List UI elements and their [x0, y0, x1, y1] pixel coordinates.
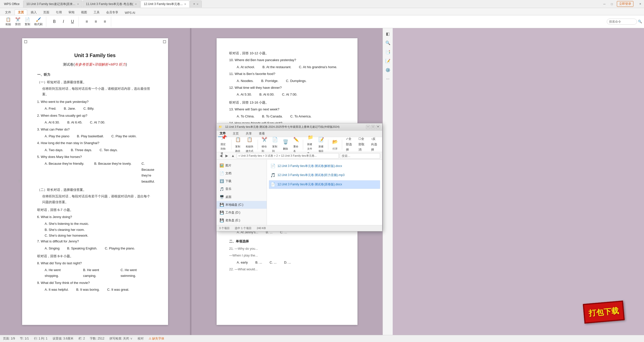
right-doc-page: 听对话，回答 10-12 小题。 10. Where did Ben have … — [217, 38, 357, 325]
rs-btn-1[interactable]: ◧ — [384, 30, 391, 37]
rs-btn-2[interactable]: 🔍 — [384, 39, 391, 46]
minimize-btn[interactable]: ─ — [602, 2, 607, 6]
ribbon-tab-会员专享[interactable]: 会员专享 — [103, 10, 121, 15]
window-controls: ✕ — [638, 2, 642, 6]
fe-sidebar-local-c[interactable]: 💾本地磁盘 (C:) — [217, 201, 267, 209]
fe-address-bar[interactable]: « Unit 3 Family ties > 3-试卷 > 2 > 12.Uni… — [237, 153, 339, 159]
top-bar-left: WPS Office 10.Unit 3 Family ties速记清单(原来.… — [2, 1, 602, 8]
tab-close-icon[interactable]: ✕ — [196, 3, 198, 6]
maximize-btn[interactable]: □ — [610, 2, 614, 6]
fe-sidebar-music[interactable]: 🎵音乐 — [217, 185, 267, 193]
format-brush-btn[interactable]: 🖌️格式刷 — [33, 16, 44, 27]
cut-btn[interactable]: ✂️剪切 — [14, 16, 22, 27]
options-9: A. It was helpful.B. It was boring.C. It… — [45, 287, 153, 292]
tab-new[interactable]: +✕ — [190, 1, 202, 8]
ribbon-group-paragraph: ≡ ≡ ≡ — [81, 17, 111, 27]
fe-new-folder-btn[interactable]: 📁新建文件夹 — [305, 133, 316, 156]
question-3: 3. What can Peter do? — [37, 126, 153, 132]
ribbon-tab-插入[interactable]: 插入 — [28, 10, 40, 15]
tab-close-icon[interactable]: ✕ — [77, 3, 79, 6]
tab-tab1[interactable]: 10.Unit 3 Family ties速记清单(原来...✕ — [23, 1, 82, 8]
copy-btn[interactable]: 📄复制 — [23, 16, 32, 27]
fe-up-btn[interactable]: ▲ — [230, 152, 236, 159]
group-label-10-12: 听对话，回答 10-12 小题。 — [229, 50, 345, 56]
options-12: A. At 5:30.B. At 6:00.C. At 7:00. — [237, 92, 345, 97]
rs-btn-6[interactable]: ··· — [384, 75, 391, 82]
paste-btn[interactable]: 📋粘贴 — [4, 16, 13, 27]
align-left-btn[interactable]: ≡ — [83, 19, 91, 25]
fe-delete-btn[interactable]: 🗑️删除 — [281, 137, 290, 151]
close-btn[interactable]: ✕ — [638, 2, 642, 6]
bold-btn[interactable]: B — [50, 19, 58, 25]
signin-button[interactable]: 立即登录 — [617, 1, 633, 7]
fe-back-btn[interactable]: ◀ — [219, 152, 223, 159]
fe-file-docx-analysis[interactable]: 📄 12.Unit 3 Family ties单元卷·测试卷(解析版).docx — [269, 162, 380, 170]
drag-handle[interactable]: ⠿ — [18, 178, 21, 185]
ribbon-tab-引用[interactable]: 引用 — [53, 10, 65, 15]
ribbon-tab-主页[interactable]: 主页 — [15, 10, 27, 15]
fe-sidebar-work-d[interactable]: 💾工作盘 (D:) — [217, 209, 267, 217]
rs-btn-4[interactable]: 📝 — [384, 57, 391, 64]
fe-sep1 — [231, 140, 231, 150]
ribbon-tab-视图[interactable]: 视图 — [78, 10, 90, 15]
rs-btn-3[interactable]: 📑 — [384, 48, 391, 55]
ribbon-tab-审阅[interactable]: 审阅 — [65, 10, 77, 15]
fe-copy-path-btn[interactable]: 📋复制路径 — [233, 135, 243, 154]
tab-close-icon[interactable]: ✕ — [184, 3, 186, 6]
ribbon-tab-页面[interactable]: 页面 — [40, 10, 52, 15]
fe-selected: 选中 1 个项目 — [235, 226, 252, 231]
fe-deselect-btn[interactable]: ☐全部取消 — [356, 136, 368, 153]
fe-new-item-btn[interactable]: 📝新建项目 — [316, 135, 326, 154]
ribbon-search: 🔍 — [607, 19, 642, 25]
status-page: 页面: 1/9 — [3, 336, 15, 341]
left-doc-page: ⠿ Unit 3 Family ties 测试卷(有参考答案+详细解析+MP3 … — [22, 38, 168, 325]
ribbon-tab-文件[interactable]: 文件 — [2, 10, 14, 15]
tab-tab2[interactable]: 11.Unit 3 Family ties单元卷·考点卷(✕ — [83, 1, 140, 8]
rs-btn-5[interactable]: ⚙️ — [384, 66, 391, 73]
ribbon-tab-WPS AI[interactable]: WPS AI — [122, 11, 138, 15]
italic-btn[interactable]: I — [59, 19, 67, 25]
fe-copy-to-btn[interactable]: 📄复制到 — [270, 135, 280, 154]
fe-move-btn[interactable]: ✂️移动到 — [260, 135, 269, 154]
fe-minimize-btn[interactable]: ─ — [366, 125, 370, 129]
fe-sep5 — [342, 140, 342, 150]
fe-close-btn[interactable]: ✕ — [376, 125, 380, 129]
status-proofread[interactable]: 校对 — [138, 336, 144, 341]
options-7: A. SingingB. Speaking English.C. Playing… — [45, 245, 153, 251]
options-4: A. Two days.B. Three days.C. Ten days. — [45, 147, 153, 153]
ribbon-tab-工具[interactable]: 工具 — [91, 10, 103, 15]
ribbon-search-input[interactable] — [607, 19, 637, 25]
fe-select-all-btn[interactable]: ✓全部选择 — [344, 136, 355, 153]
sub-section-short: （一）听短对话，选择最佳答案。 — [37, 79, 153, 85]
fe-file-docx-blank[interactable]: 📄 12.Unit 3 Family ties单元卷·测试卷(原卷版).docx — [269, 180, 380, 189]
fe-sidebar-pictures[interactable]: 🖼️图片 — [217, 162, 267, 169]
options-13: A. To China.B. To Canada.C. To America. — [237, 113, 345, 119]
fe-sidebar-fish-e[interactable]: 💾老鱼盘 (E:) — [217, 217, 267, 224]
fe-forward-btn[interactable]: ▶ — [224, 152, 229, 159]
fe-search-input[interactable] — [340, 153, 380, 159]
right-sidebar: ◧ 🔍 📑 📝 ⚙️ ··· — [383, 28, 393, 335]
status-spell[interactable]: 拼写检查: 关闭 ∨ — [109, 336, 133, 341]
align-center-btn[interactable]: ≡ — [92, 19, 100, 25]
fe-title: 12.Unit 3 Family ties单元卷·测试卷-2024-2025学年… — [225, 124, 364, 130]
align-right-btn[interactable]: ≡ — [101, 19, 109, 25]
fe-sidebar-downloads[interactable]: ⬇️下载 — [217, 177, 267, 185]
fe-maximize-btn[interactable]: □ — [371, 125, 375, 129]
tab-close-icon[interactable]: ✕ — [135, 3, 137, 6]
corner-tl — [24, 40, 27, 43]
status-wordcount: 字数: 2512 — [90, 336, 104, 341]
fe-sep3 — [303, 140, 303, 150]
fe-sidebar-more[interactable]: 更多位置 (F:) — [217, 225, 267, 225]
fe-rename-btn[interactable]: ✏️重命名 — [291, 135, 301, 154]
fe-sidebar-documents[interactable]: 📄文档 — [217, 169, 267, 177]
underline-btn[interactable]: U — [68, 19, 76, 25]
fe-open-btn[interactable]: 📂打开 — [330, 137, 340, 151]
fe-paste-shortcut-btn[interactable]: 📋粘贴快捷方式 — [244, 135, 256, 154]
fe-file-mp3[interactable]: 🎵 12.Unit 3 Family ties单元卷·测试卷(听力音频).mp3 — [269, 171, 380, 180]
tab-tab3[interactable]: 12.Unit 3 Family ties单元卷...✕ — [141, 1, 190, 8]
fe-invert-btn[interactable]: ↕反向选择 — [369, 136, 380, 153]
status-font-warning[interactable]: ⚠ 缺失字体 — [149, 336, 164, 341]
options-8: A. He went shopping.B. He went camping.C… — [45, 267, 153, 279]
status-bar: 页面: 1/9 节: 1/1 行: 1 列: 1 设置值: 3.6厘米 栏: 2… — [0, 335, 644, 342]
fe-sidebar-desktop[interactable]: 🖥️桌面 — [217, 193, 267, 201]
